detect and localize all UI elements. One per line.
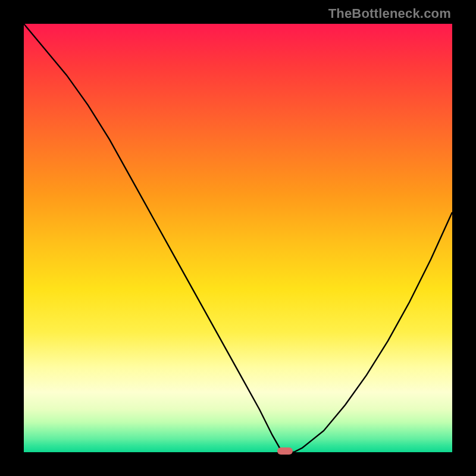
chart-container: TheBottleneck.com (0, 0, 476, 476)
curve-path (24, 24, 452, 452)
plot-area (24, 24, 452, 452)
bottleneck-curve (24, 24, 452, 452)
watermark-text: TheBottleneck.com (328, 6, 451, 21)
valley-marker (277, 447, 293, 455)
